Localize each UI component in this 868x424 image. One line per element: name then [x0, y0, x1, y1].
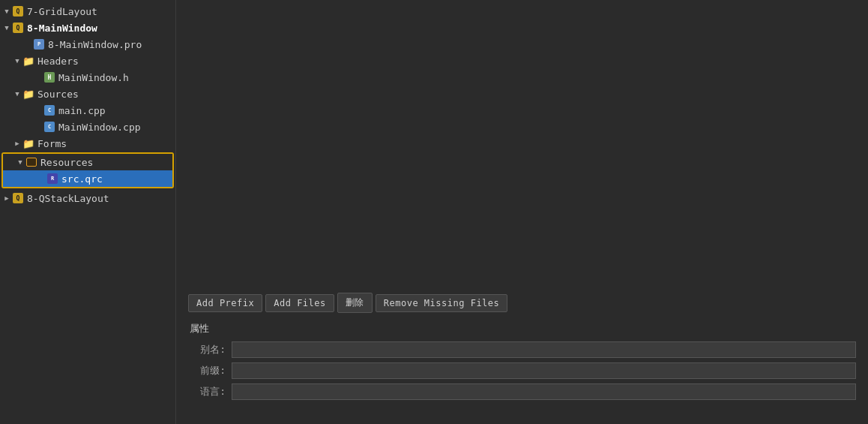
tree-item-sources[interactable]: ▼ 📁 Sources — [0, 86, 175, 102]
tree-item-main-cpp[interactable]: C main.cpp — [0, 102, 175, 119]
folder-icon-forms: 📁 — [22, 137, 34, 149]
tree-item-forms[interactable]: ▶ 📁 Forms — [0, 135, 175, 152]
language-label: 语言: — [188, 385, 226, 398]
add-files-button[interactable]: Add Files — [265, 294, 334, 312]
expand-arrow-headers: ▼ — [12, 56, 22, 66]
tree-item-headers[interactable]: ▼ 📁 Headers — [0, 53, 175, 69]
expand-arrow-grid-layout: ▼ — [1, 6, 12, 17]
expand-arrow-resources: ▼ — [15, 157, 25, 167]
no-arrow — [22, 39, 33, 50]
pro-file-icon: P — [33, 38, 45, 50]
tree-item-label: 8-MainWindow.pro — [48, 39, 142, 50]
folder-icon-sources: 📁 — [22, 88, 34, 100]
tree-item-label: Sources — [37, 89, 79, 100]
no-arrow — [36, 173, 46, 184]
h-file-icon: H — [43, 71, 55, 83]
tree-item-mainwindow-h[interactable]: H MainWindow.h — [0, 69, 175, 86]
remove-missing-button[interactable]: Remove Missing Files — [376, 294, 508, 312]
tree-item-pro[interactable]: P 8-MainWindow.pro — [0, 36, 175, 53]
tree-item-mainwindow-cpp[interactable]: C MainWindow.cpp — [0, 119, 175, 135]
add-prefix-button[interactable]: Add Prefix — [188, 294, 262, 312]
tree-item-label: main.cpp — [58, 105, 106, 116]
alias-label: 别名: — [188, 343, 226, 356]
tree-item-qstack[interactable]: ▶ Q 8-QStackLayout — [0, 190, 175, 206]
tree-item-label: MainWindow.cpp — [58, 122, 141, 133]
project-icon: Q — [12, 5, 24, 17]
resources-highlighted-group: ▼ Resources R src.qrc — [1, 152, 174, 188]
prefix-label: 前缀: — [188, 364, 226, 377]
tree-item-label: 8-QStackLayout — [27, 193, 109, 204]
tree-item-label: Headers — [37, 56, 79, 67]
expand-arrow-sources: ▼ — [12, 89, 22, 99]
cpp-file-icon: C — [43, 104, 55, 116]
main-panel: Add Prefix Add Files 删除 Remove Missing F… — [176, 0, 868, 424]
tree-item-label: MainWindow.h — [58, 72, 129, 83]
tree-item-label: Forms — [37, 138, 67, 149]
properties-title: 属性 — [188, 322, 856, 335]
expand-arrow-forms: ▶ — [12, 138, 22, 149]
no-arrow — [33, 122, 43, 132]
folder-icon-resources — [25, 156, 37, 168]
cpp-file-icon-2: C — [43, 121, 55, 133]
properties-section: 属性 别名: 前缀: 语言: — [188, 322, 856, 403]
tree-item-main-window[interactable]: ▼ Q 8-MainWindow — [0, 20, 175, 36]
bottom-toolbar: Add Prefix Add Files 删除 Remove Missing F… — [176, 287, 868, 409]
expand-arrow-main-window: ▼ — [1, 23, 12, 33]
toolbar-buttons: Add Prefix Add Files 删除 Remove Missing F… — [188, 293, 856, 313]
tree-item-label: Resources — [40, 157, 93, 168]
alias-input[interactable] — [232, 341, 856, 358]
tree-item-label: 8-MainWindow — [27, 23, 97, 34]
language-input[interactable] — [232, 383, 856, 400]
folder-icon-headers: 📁 — [22, 55, 34, 67]
qrc-file-icon: R — [46, 173, 58, 185]
delete-button[interactable]: 删除 — [337, 293, 373, 313]
tree-item-src-qrc[interactable]: R src.qrc — [3, 170, 172, 187]
tree-item-grid-layout[interactable]: ▼ Q 7-GridLayout — [0, 3, 175, 20]
property-row-language: 语言: — [188, 382, 856, 401]
project-icon-main: Q — [12, 22, 24, 34]
project-tree[interactable]: ▼ Q 7-GridLayout ▼ Q 8-MainWindow P 8-Ma… — [0, 0, 176, 424]
expand-arrow-qstack: ▶ — [1, 193, 12, 203]
no-arrow — [33, 72, 43, 83]
tree-item-label: 7-GridLayout — [27, 6, 97, 17]
property-row-alias: 别名: — [188, 340, 856, 359]
no-arrow — [33, 105, 43, 116]
property-row-prefix: 前缀: — [188, 361, 856, 380]
project-icon-qstack: Q — [12, 192, 24, 204]
tree-item-resources[interactable]: ▼ Resources — [3, 154, 172, 170]
tree-item-label: src.qrc — [61, 173, 103, 185]
prefix-input[interactable] — [232, 362, 856, 379]
